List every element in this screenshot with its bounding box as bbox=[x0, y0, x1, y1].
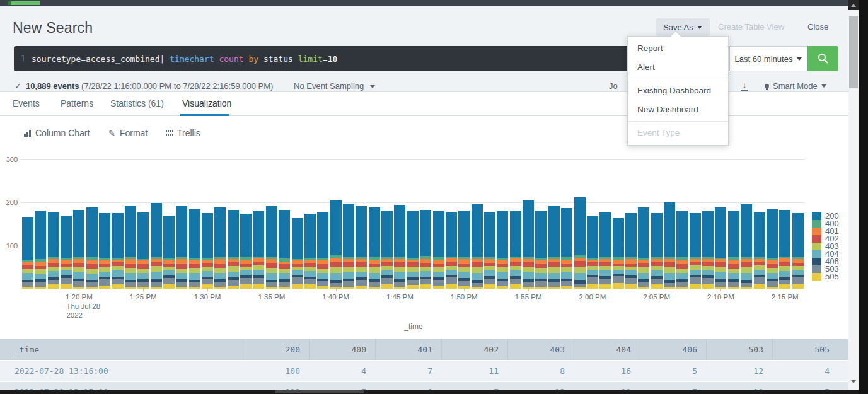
bar-segment-403[interactable] bbox=[61, 267, 72, 270]
bar-segment-505[interactable] bbox=[497, 286, 508, 289]
bar-segment-404[interactable] bbox=[35, 274, 46, 279]
bar-segment-200[interactable] bbox=[599, 212, 611, 257]
bar-segment-505[interactable] bbox=[369, 287, 380, 289]
bar-segment-200[interactable] bbox=[676, 211, 688, 257]
bar-segment-403[interactable] bbox=[176, 269, 187, 274]
bar-segment-406[interactable] bbox=[728, 279, 739, 282]
bar-segment-402[interactable] bbox=[125, 264, 136, 269]
bar-segment-400[interactable] bbox=[202, 258, 213, 260]
bar-segment-403[interactable] bbox=[22, 269, 33, 272]
bar-segment-402[interactable] bbox=[86, 264, 98, 269]
bar-segment-505[interactable] bbox=[433, 286, 444, 289]
bar-segment-406[interactable] bbox=[613, 274, 624, 276]
bar-segment-400[interactable] bbox=[484, 257, 495, 259]
bar-segment-401[interactable] bbox=[73, 259, 84, 263]
bar-segment-400[interactable] bbox=[625, 257, 637, 260]
bar-segment-406[interactable] bbox=[497, 279, 508, 281]
bar-segment-403[interactable] bbox=[484, 266, 495, 270]
bar-segment-406[interactable] bbox=[651, 276, 663, 278]
bar-segment-505[interactable] bbox=[472, 287, 483, 289]
bar-segment-403[interactable] bbox=[292, 267, 303, 270]
bar-segment-406[interactable] bbox=[523, 279, 534, 282]
bar-segment-401[interactable] bbox=[676, 260, 688, 264]
legend-item-505[interactable]: 505 bbox=[812, 273, 839, 281]
bar-segment-404[interactable] bbox=[535, 273, 547, 279]
bar-segment-200[interactable] bbox=[86, 207, 98, 257]
bar-segment-406[interactable] bbox=[266, 280, 277, 283]
vertical-scrollbar[interactable] bbox=[848, 0, 859, 394]
bar-segment-400[interactable] bbox=[61, 258, 72, 260]
bar-segment-503[interactable] bbox=[176, 282, 187, 287]
bar-segment-404[interactable] bbox=[343, 272, 354, 278]
bar-segment-400[interactable] bbox=[214, 257, 226, 259]
bar-segment-503[interactable] bbox=[253, 278, 264, 284]
bar-segment-401[interactable] bbox=[574, 258, 586, 261]
bar-segment-406[interactable] bbox=[253, 275, 264, 278]
bar-segment-403[interactable] bbox=[779, 266, 790, 271]
bar-segment-505[interactable] bbox=[484, 284, 495, 289]
bar-segment-406[interactable] bbox=[561, 279, 572, 281]
bar-segment-401[interactable] bbox=[112, 260, 124, 262]
bar-segment-406[interactable] bbox=[176, 279, 187, 282]
bar-segment-404[interactable] bbox=[86, 274, 98, 280]
bar-segment-406[interactable] bbox=[189, 280, 200, 282]
bar-segment-406[interactable] bbox=[343, 279, 354, 282]
bar-segment-402[interactable] bbox=[433, 264, 444, 267]
chart-type-picker[interactable]: Column Chart bbox=[24, 128, 90, 138]
bar-segment-503[interactable] bbox=[523, 282, 534, 287]
bar-segment-200[interactable] bbox=[741, 204, 752, 257]
bar-segment-503[interactable] bbox=[61, 278, 72, 284]
horizontal-scroll-thumb[interactable] bbox=[275, 390, 364, 393]
bar-segment-406[interactable] bbox=[587, 275, 598, 277]
bar-segment-503[interactable] bbox=[458, 281, 470, 286]
bar-segment-404[interactable] bbox=[292, 270, 303, 275]
bar-segment-400[interactable] bbox=[779, 257, 790, 258]
bar-segment-200[interactable] bbox=[343, 204, 354, 257]
bar-segment-406[interactable] bbox=[292, 275, 303, 277]
bar-segment-403[interactable] bbox=[497, 267, 508, 272]
bar-segment-402[interactable] bbox=[664, 262, 675, 267]
bar-segment-401[interactable] bbox=[163, 260, 175, 263]
bar-segment-400[interactable] bbox=[792, 257, 804, 259]
bar-segment-401[interactable] bbox=[22, 262, 33, 265]
bar-segment-200[interactable] bbox=[151, 203, 162, 257]
bar-segment-404[interactable] bbox=[356, 272, 367, 278]
bar-segment-200[interactable] bbox=[548, 206, 560, 257]
bar-segment-400[interactable] bbox=[240, 257, 252, 260]
bar-segment-404[interactable] bbox=[151, 272, 162, 279]
bar-segment-402[interactable] bbox=[292, 264, 303, 267]
bar-segment-200[interactable] bbox=[664, 202, 675, 257]
bar-segment-200[interactable] bbox=[176, 206, 187, 256]
bar-segment-400[interactable] bbox=[151, 257, 162, 259]
bar-segment-200[interactable] bbox=[73, 210, 84, 257]
bar-segment-406[interactable] bbox=[137, 279, 149, 282]
table-cell[interactable]: 100 bbox=[243, 366, 309, 376]
bar-segment-403[interactable] bbox=[394, 267, 405, 272]
bar-segment-404[interactable] bbox=[369, 273, 380, 279]
bar-segment-400[interactable] bbox=[587, 258, 598, 260]
bar-segment-403[interactable] bbox=[99, 267, 110, 271]
bar-segment-403[interactable] bbox=[651, 266, 663, 270]
bar-segment-401[interactable] bbox=[599, 259, 611, 262]
bar-segment-403[interactable] bbox=[112, 266, 124, 270]
bar-segment-406[interactable] bbox=[228, 277, 239, 280]
bar-segment-401[interactable] bbox=[330, 258, 342, 262]
bar-segment-406[interactable] bbox=[330, 280, 342, 283]
bar-segment-401[interactable] bbox=[48, 259, 59, 262]
bar-segment-401[interactable] bbox=[638, 260, 649, 263]
bar-segment-505[interactable] bbox=[613, 283, 624, 289]
bar-segment-402[interactable] bbox=[715, 262, 726, 267]
bar-segment-400[interactable] bbox=[176, 257, 187, 260]
bar-segment-401[interactable] bbox=[407, 260, 419, 262]
bar-segment-401[interactable] bbox=[458, 259, 470, 263]
bar-segment-402[interactable] bbox=[446, 262, 457, 266]
bar-segment-503[interactable] bbox=[702, 278, 714, 284]
bar-segment-401[interactable] bbox=[394, 259, 405, 262]
bar-segment-403[interactable] bbox=[330, 267, 342, 273]
bar-segment-403[interactable] bbox=[420, 267, 431, 271]
bar-segment-503[interactable] bbox=[394, 282, 405, 287]
bar-segment-400[interactable] bbox=[48, 257, 59, 259]
bar-segment-505[interactable] bbox=[202, 284, 213, 289]
bar-segment-401[interactable] bbox=[61, 260, 72, 263]
bar-segment-400[interactable] bbox=[343, 257, 354, 259]
